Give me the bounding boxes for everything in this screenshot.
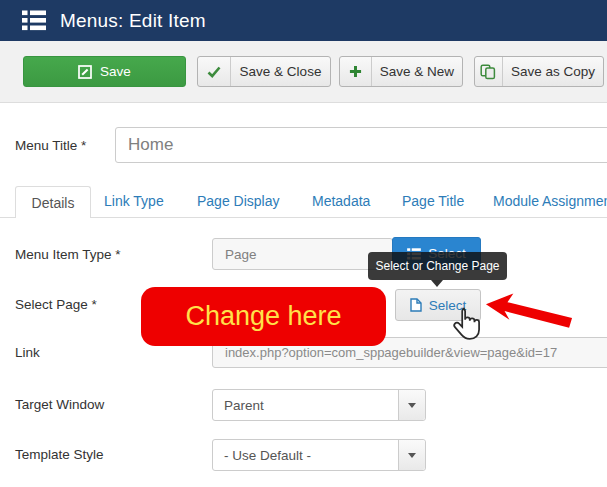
menu-item-type-input[interactable] — [212, 238, 393, 270]
target-window-label: Target Window — [15, 397, 104, 412]
chevron-down-icon — [408, 403, 416, 408]
tab-metadata[interactable]: Metadata — [312, 193, 370, 209]
tab-link-type[interactable]: Link Type — [104, 193, 164, 209]
copy-icon — [475, 57, 503, 86]
save-and-new-button[interactable]: Save & New — [339, 56, 463, 87]
save-button-label: Save — [100, 64, 131, 79]
target-window-caret-button[interactable] — [398, 390, 425, 420]
joomla-edit-menu-item-window: Menus: Edit Item Save Save & Close Save … — [0, 0, 607, 487]
menu-item-type-label: Menu Item Type * — [15, 247, 121, 262]
tab-page-title[interactable]: Page Title — [402, 193, 464, 209]
link-label: Link — [15, 345, 40, 360]
save-as-copy-label: Save as Copy — [503, 64, 603, 79]
save-and-close-label: Save & Close — [231, 64, 330, 79]
chevron-down-icon — [408, 453, 416, 458]
select-page-label: Select Page * — [15, 297, 97, 312]
menu-title-input[interactable] — [115, 127, 607, 163]
app-header: Menus: Edit Item — [0, 0, 607, 41]
save-and-new-label: Save & New — [372, 64, 462, 79]
tab-page-display[interactable]: Page Display — [197, 193, 280, 209]
tooltip-arrow-icon — [431, 280, 443, 287]
annotation-change-here-text: Change here — [185, 301, 341, 332]
annotation-change-here-badge: Change here — [141, 287, 386, 346]
tooltip: Select or Change Page — [368, 252, 507, 280]
template-style-label: Template Style — [15, 447, 104, 462]
menus-list-icon — [22, 10, 46, 31]
plus-icon — [340, 57, 372, 86]
target-window-select[interactable]: Parent — [212, 389, 426, 421]
tab-module-assignment[interactable]: Module Assignment — [493, 193, 607, 209]
annotation-red-arrow-icon — [484, 293, 574, 337]
target-window-value: Parent — [213, 398, 398, 413]
check-icon — [198, 57, 231, 86]
hand-cursor-icon — [450, 306, 482, 346]
page-title: Menus: Edit Item — [60, 10, 206, 32]
save-button[interactable]: Save — [23, 56, 186, 87]
template-style-caret-button[interactable] — [398, 440, 425, 470]
menu-title-label: Menu Title * — [15, 138, 86, 153]
save-pencil-icon — [78, 65, 92, 79]
toolbar: Save Save & Close Save & New Save as Cop… — [0, 41, 607, 103]
file-icon — [410, 298, 422, 312]
tab-details[interactable]: Details — [15, 186, 91, 218]
template-style-value: - Use Default - — [213, 448, 398, 463]
save-and-close-button[interactable]: Save & Close — [197, 56, 331, 87]
tabs-divider — [0, 217, 607, 218]
save-as-copy-button[interactable]: Save as Copy — [474, 56, 604, 87]
template-style-select[interactable]: - Use Default - — [212, 439, 426, 471]
tooltip-text: Select or Change Page — [375, 259, 499, 273]
